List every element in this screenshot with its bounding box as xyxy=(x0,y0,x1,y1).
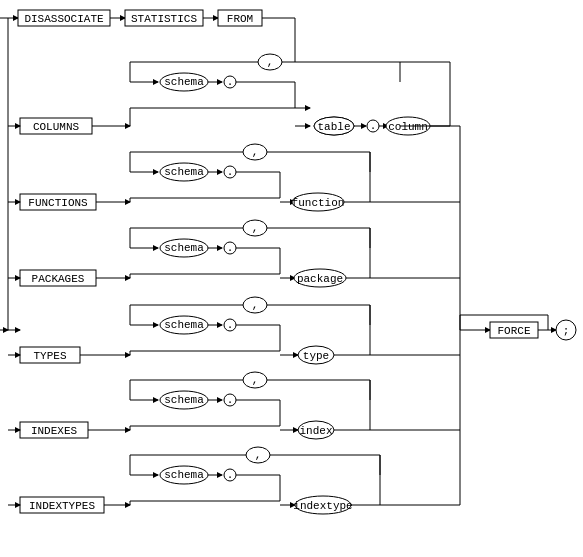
svg-text:,: , xyxy=(252,146,259,158)
svg-text:.: . xyxy=(370,120,377,132)
force-label: FORCE xyxy=(497,325,530,337)
svg-text:,: , xyxy=(252,374,259,386)
svg-text:.: . xyxy=(227,394,234,406)
svg-text:column: column xyxy=(388,121,428,133)
svg-text:type: type xyxy=(303,350,329,362)
indexes-label: INDEXES xyxy=(31,425,78,437)
diagram-svg: DISASSOCIATE STATISTICS FROM , COLUMNS s… xyxy=(0,0,583,557)
svg-text:schema: schema xyxy=(164,319,204,331)
svg-text:schema: schema xyxy=(164,469,204,481)
svg-text:,: , xyxy=(252,299,259,311)
svg-text:indextype: indextype xyxy=(293,500,352,512)
types-label: TYPES xyxy=(33,350,66,362)
svg-text:table: table xyxy=(317,121,350,133)
svg-text:.: . xyxy=(227,76,234,88)
svg-text:,: , xyxy=(255,449,262,461)
statistics-label: STATISTICS xyxy=(131,13,197,25)
svg-text:package: package xyxy=(297,273,343,285)
svg-text:.: . xyxy=(227,242,234,254)
disassociate-label: DISASSOCIATE xyxy=(24,13,104,25)
svg-text:.: . xyxy=(227,469,234,481)
svg-text:schema: schema xyxy=(164,166,204,178)
svg-text:,: , xyxy=(252,222,259,234)
packages-label: PACKAGES xyxy=(32,273,85,285)
svg-text:.: . xyxy=(227,166,234,178)
indextypes-label: INDEXTYPES xyxy=(29,500,95,512)
svg-text:schema: schema xyxy=(164,242,204,254)
svg-text:schema: schema xyxy=(164,76,204,88)
columns-label: COLUMNS xyxy=(33,121,80,133)
svg-text:schema: schema xyxy=(164,394,204,406)
svg-text:,: , xyxy=(267,56,274,68)
svg-text:index: index xyxy=(299,425,332,437)
functions-label: FUNCTIONS xyxy=(28,197,88,209)
svg-text:function: function xyxy=(292,197,345,209)
svg-text:.: . xyxy=(227,319,234,331)
svg-text:;: ; xyxy=(563,325,570,337)
from-label: FROM xyxy=(227,13,253,25)
